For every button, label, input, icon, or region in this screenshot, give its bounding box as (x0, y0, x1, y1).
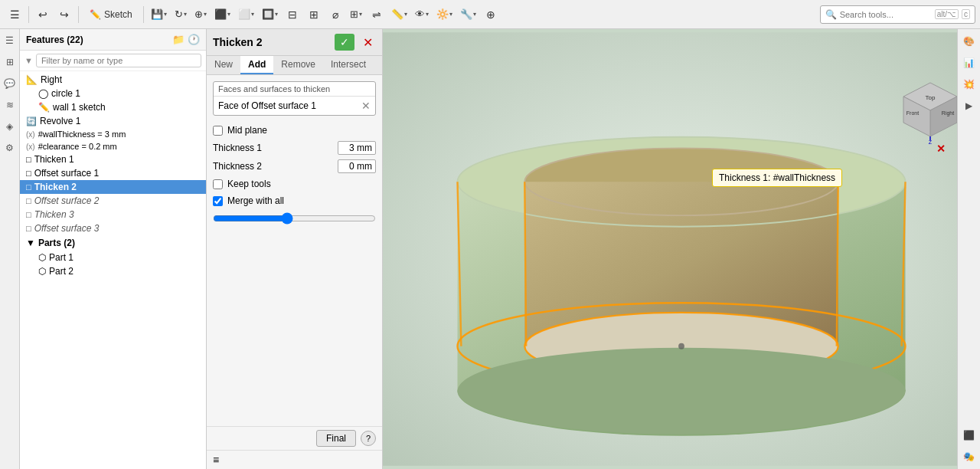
assembly-icon[interactable]: ⊞ (2, 54, 18, 71)
help-button[interactable]: ? (361, 431, 376, 446)
feature-item-part2[interactable]: ⬡ Part 2 (20, 264, 206, 278)
fillet-dropdown[interactable]: 🔲▾ (259, 5, 281, 25)
thickness-slider[interactable] (213, 212, 376, 225)
sketch-button[interactable]: ✏️ Sketch (83, 5, 139, 25)
keeptools-label[interactable]: Keep tools (227, 179, 271, 189)
save-dropdown[interactable]: 💾▾ (148, 5, 170, 25)
render-icon[interactable]: ◈ (2, 118, 18, 135)
final-button[interactable]: Final (316, 430, 356, 447)
feature-list: 📐 Right ◯ circle 1 ✏️ wall 1 sketch 🔄 Re… (20, 71, 206, 469)
panel-header-icons: 📁 🕐 (172, 34, 200, 45)
color-mode-button[interactable]: 🎭 (960, 448, 978, 466)
pattern-icon: ⊞ (350, 8, 358, 20)
feature-label-revolve1: Revolve 1 (40, 116, 80, 126)
feature-label-right: Right (41, 74, 62, 85)
3d-viewport[interactable]: Thickness 1: #wallThickness Top (383, 29, 980, 469)
extrude-dropdown[interactable]: ⬛▾ (211, 5, 234, 25)
wrap-button[interactable]: ⊞ (304, 5, 324, 25)
boolean-dropdown[interactable]: ⊕▾ (191, 5, 210, 25)
pattern-dropdown[interactable]: ⊞▾ (347, 5, 365, 25)
thickness1-input[interactable] (338, 141, 376, 155)
tools-dropdown[interactable]: 🔧▾ (457, 5, 479, 25)
feature-item-wall1sketch[interactable]: ✏️ wall 1 sketch (20, 100, 206, 114)
mergeall-label[interactable]: Merge with all (227, 195, 284, 206)
shell-dropdown[interactable]: ⬜▾ (235, 5, 257, 25)
feature-item-circle1[interactable]: ◯ circle 1 (20, 87, 206, 100)
sketch-label: Sketch (104, 9, 132, 20)
extend-button[interactable]: ⊕ (481, 5, 501, 25)
search-shortcut-c: c (962, 9, 970, 19)
dialog-tabs: New Add Remove Intersect (207, 56, 382, 75)
thicken-dialog: Thicken 2 ✓ ✕ New Add Remove Intersect F… (207, 29, 383, 469)
feature-label-circle1: circle 1 (51, 88, 80, 99)
comment-icon[interactable]: 💬 (2, 75, 18, 92)
slider-row (213, 209, 376, 228)
part1-icon: ⬡ (38, 252, 46, 263)
settings-icon[interactable]: ⚙ (2, 139, 18, 156)
feature-item-clearance[interactable]: (x) #clearance = 0.2 mm (20, 140, 206, 153)
feature-label-part2: Part 2 (49, 266, 74, 277)
thicken2-icon: □ (26, 182, 31, 192)
menu-button[interactable]: ☰ (5, 5, 24, 25)
simulation-icon[interactable]: ≋ (2, 97, 18, 113)
svg-text:Right: Right (942, 110, 954, 116)
fillet-icon: 🔲 (262, 8, 274, 20)
keeptools-checkbox[interactable] (213, 179, 223, 189)
feature-item-offsetsurface2[interactable]: □ Offset surface 2 (20, 194, 206, 208)
animation-button[interactable]: ▶ (960, 97, 978, 115)
tab-remove[interactable]: Remove (273, 56, 323, 74)
thickness2-input[interactable] (338, 159, 376, 173)
parts-header[interactable]: ▼ Parts (2) (20, 235, 206, 251)
feature-item-thicken2[interactable]: □ Thicken 2 (20, 180, 206, 194)
tab-intersect[interactable]: Intersect (323, 56, 374, 74)
mirror-button[interactable]: ⇌ (367, 5, 387, 25)
offset3-icon: □ (26, 224, 31, 233)
features-icon[interactable]: ☰ (2, 32, 18, 49)
feature-label-thicken1: Thicken 1 (34, 154, 74, 165)
x-axis-marker: ✕ (936, 143, 946, 155)
thread-button[interactable]: ⌀ (325, 5, 345, 25)
viewport-right-toolbar: 🎨 📊 💥 ▶ ⬛ 🎭 (957, 29, 980, 469)
search-box: 🔍 alt/⌥ c (820, 5, 975, 24)
transform-dropdown[interactable]: ↻▾ (172, 5, 190, 25)
feature-item-offsetsurface3[interactable]: □ Offset surface 3 (20, 221, 206, 235)
dialog-header: Thicken 2 ✓ ✕ (207, 29, 382, 56)
tab-new[interactable]: New (207, 56, 240, 74)
dialog-cancel-button[interactable]: ✕ (359, 34, 376, 51)
feature-item-offsetsurface1[interactable]: □ Offset surface 1 (20, 166, 206, 180)
undo-button[interactable]: ↩ (33, 5, 53, 25)
feature-item-thicken1[interactable]: □ Thicken 1 (20, 153, 206, 166)
feature-item-revolve1[interactable]: 🔄 Revolve 1 (20, 114, 206, 128)
feature-label-offsetsurface2: Offset surface 2 (34, 195, 100, 206)
tab-add[interactable]: Add (240, 56, 273, 74)
display-mode-button[interactable]: ⬛ (960, 426, 978, 444)
dialog-bottom-bar: ≡ (207, 450, 382, 469)
navigation-cube[interactable]: Top Right Front Z (896, 75, 965, 144)
feature-item-wallthickness[interactable]: (x) #wallThickness = 3 mm (20, 128, 206, 140)
history-icon[interactable]: 🕐 (188, 34, 200, 45)
faces-section: Faces and surfaces to thicken Face of Of… (213, 81, 376, 116)
section-button[interactable]: 📊 (960, 54, 978, 72)
feature-item-part1[interactable]: ⬡ Part 1 (20, 251, 206, 264)
dialog-ok-button[interactable]: ✓ (335, 34, 354, 51)
filter-input[interactable] (36, 54, 201, 67)
midplane-checkbox[interactable] (213, 126, 223, 136)
face-remove-button[interactable]: ✕ (361, 100, 371, 112)
measure-dropdown[interactable]: 📏▾ (388, 5, 410, 25)
redo-button[interactable]: ↪ (54, 5, 74, 25)
feature-label-offsetsurface1: Offset surface 1 (34, 168, 100, 179)
display-dropdown[interactable]: 🔆▾ (433, 5, 456, 25)
search-input[interactable] (840, 10, 932, 19)
feature-item-thicken3[interactable]: □ Thicken 3 (20, 208, 206, 221)
split-button[interactable]: ⊟ (283, 5, 302, 25)
add-folder-icon[interactable]: 📁 (172, 34, 185, 45)
explode-button[interactable]: 💥 (960, 75, 978, 93)
feature-item-right[interactable]: 📐 Right (20, 73, 206, 87)
midplane-label[interactable]: Mid plane (227, 125, 267, 136)
extrude-icon: ⬛ (214, 8, 227, 20)
appearance-button[interactable]: 🎨 (960, 32, 978, 51)
list-icon: ≡ (213, 454, 219, 466)
feature-label-thicken2: Thicken 2 (34, 182, 77, 192)
view-dropdown[interactable]: 👁▾ (412, 5, 432, 25)
mergeall-checkbox[interactable] (213, 196, 223, 206)
